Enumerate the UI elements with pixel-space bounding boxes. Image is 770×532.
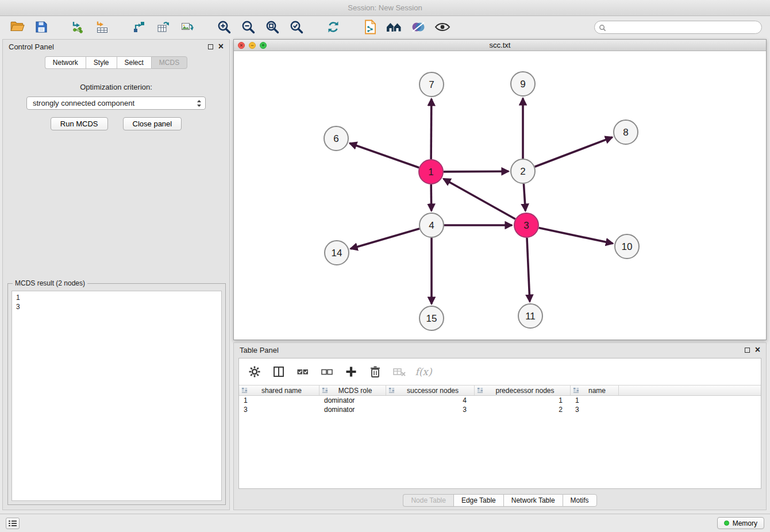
- float-table-panel-icon[interactable]: [745, 348, 750, 353]
- table-panel: Table Panel ×: [233, 342, 767, 510]
- share-network-button[interactable]: [130, 18, 148, 36]
- main-toolbar: [0, 16, 770, 38]
- graph-node-14[interactable]: 14: [325, 241, 349, 265]
- graph-node-4[interactable]: 4: [419, 213, 444, 237]
- graph-edge-1-2[interactable]: [444, 171, 509, 172]
- zoom-out-button[interactable]: [239, 18, 257, 36]
- graph-edge-3-10[interactable]: [539, 228, 613, 244]
- graph-edge-4-14[interactable]: [351, 229, 419, 249]
- table-cell[interactable]: 4: [386, 396, 475, 405]
- select-all-button[interactable]: [295, 364, 310, 379]
- show-hide-button[interactable]: [433, 18, 452, 36]
- graph-edge-1-6[interactable]: [350, 143, 419, 167]
- zoom-selected-button[interactable]: [287, 18, 306, 36]
- close-table-panel-icon[interactable]: ×: [755, 347, 760, 353]
- open-network-file-button[interactable]: [361, 18, 379, 36]
- memory-label: Memory: [733, 519, 757, 527]
- network-canvas[interactable]: 1234678910111415: [234, 51, 766, 340]
- close-panel-button[interactable]: Close panel: [123, 117, 182, 130]
- save-session-button[interactable]: [32, 18, 51, 36]
- column-header-mcds-role[interactable]: MCDS role: [319, 385, 386, 395]
- graph-node-7[interactable]: 7: [419, 72, 444, 97]
- tab-style[interactable]: Style: [86, 56, 117, 69]
- open-session-button[interactable]: [8, 18, 26, 36]
- table-settings-button[interactable]: [247, 364, 262, 379]
- column-header-name[interactable]: name: [571, 385, 619, 395]
- table-cell[interactable]: 1: [239, 396, 319, 405]
- table-cell[interactable]: dominator: [319, 405, 386, 414]
- graph-edge-3-1[interactable]: [444, 179, 515, 219]
- table-cell[interactable]: dominator: [319, 396, 386, 405]
- zoom-fit-button[interactable]: [263, 18, 282, 36]
- close-window-icon[interactable]: ×: [238, 42, 245, 49]
- search-input[interactable]: [594, 21, 762, 34]
- float-panel-icon[interactable]: [208, 44, 213, 49]
- column-header-predecessor-nodes[interactable]: predecessor nodes: [475, 385, 571, 395]
- import-table-file-button[interactable]: [154, 18, 172, 36]
- node-label: 8: [623, 127, 628, 138]
- tab-motifs[interactable]: Motifs: [563, 494, 597, 507]
- tab-node-table[interactable]: Node Table: [403, 494, 453, 507]
- table-panel-tabs: Node TableEdge TableNetwork TableMotifs: [234, 494, 766, 507]
- memory-button[interactable]: Memory: [717, 517, 764, 529]
- tab-network-table[interactable]: Network Table: [503, 494, 563, 507]
- table-cell[interactable]: 3: [571, 405, 619, 414]
- import-network-button[interactable]: [69, 18, 87, 36]
- table-row[interactable]: 1dominator411: [239, 396, 761, 405]
- graph-edge-1-7[interactable]: [431, 99, 432, 159]
- control-panel-header: Control Panel ×: [3, 40, 229, 53]
- tab-select[interactable]: Select: [117, 56, 151, 69]
- home-button[interactable]: [385, 18, 403, 36]
- graph-node-10[interactable]: 10: [615, 234, 639, 259]
- minimize-window-icon[interactable]: −: [249, 42, 256, 49]
- delete-table-button[interactable]: [392, 364, 407, 379]
- column-header-successor-nodes[interactable]: successor nodes: [386, 385, 475, 395]
- graph-node-1[interactable]: 1: [419, 160, 443, 184]
- table-cell[interactable]: 2: [475, 405, 571, 414]
- style-venn-icon: [411, 20, 426, 34]
- zoom-window-icon[interactable]: +: [260, 42, 267, 49]
- import-table-button[interactable]: [93, 18, 111, 36]
- fx-icon: f(x): [415, 366, 432, 377]
- node-label: 10: [622, 241, 633, 252]
- zoom-out-icon: [241, 20, 256, 34]
- graph-node-15[interactable]: 15: [419, 306, 444, 330]
- column-attribute-icon: [322, 387, 328, 394]
- table-cell[interactable]: 1: [571, 396, 619, 405]
- criterion-dropdown[interactable]: strongly connected component: [26, 97, 206, 110]
- graph-node-11[interactable]: 11: [518, 304, 542, 328]
- close-panel-icon[interactable]: ×: [218, 44, 224, 49]
- table-cell[interactable]: 3: [239, 405, 319, 414]
- export-image-button[interactable]: [178, 18, 197, 36]
- task-history-button[interactable]: [6, 518, 20, 529]
- run-mcds-button[interactable]: Run MCDS: [51, 117, 108, 130]
- graph-node-8[interactable]: 8: [614, 120, 638, 144]
- graph-edge-2-8[interactable]: [535, 137, 613, 167]
- deselect-all-button[interactable]: [319, 364, 334, 379]
- zoom-in-button[interactable]: [215, 18, 233, 36]
- table-row[interactable]: 3dominator323: [239, 405, 761, 414]
- search-container: [594, 21, 762, 34]
- graph-edge-1-4[interactable]: [431, 184, 432, 211]
- columns-icon: [272, 365, 285, 378]
- graph-edge-3-11[interactable]: [527, 238, 530, 302]
- graph-edge-2-3[interactable]: [523, 184, 525, 211]
- function-builder-button[interactable]: f(x): [416, 364, 431, 379]
- graph-node-2[interactable]: 2: [511, 159, 535, 183]
- table-cell[interactable]: 1: [475, 396, 571, 405]
- delete-column-button[interactable]: [368, 364, 383, 379]
- apply-style-button[interactable]: [409, 18, 428, 36]
- control-panel-tabs: NetworkStyleSelectMCDS: [3, 56, 229, 69]
- column-header-shared-name[interactable]: shared name: [239, 385, 319, 395]
- add-column-button[interactable]: [344, 364, 359, 379]
- show-columns-button[interactable]: [271, 364, 286, 379]
- graph-node-3[interactable]: 3: [514, 213, 538, 237]
- table-panel-content: f(x) shared nameMCDS rolesuccessor nodes…: [238, 358, 761, 489]
- tab-edge-table[interactable]: Edge Table: [453, 494, 503, 507]
- table-cell[interactable]: 3: [386, 405, 475, 414]
- tab-network[interactable]: Network: [45, 56, 86, 69]
- tab-mcds[interactable]: MCDS: [151, 56, 187, 69]
- refresh-view-button[interactable]: [324, 18, 342, 36]
- graph-node-9[interactable]: 9: [511, 72, 535, 96]
- graph-node-6[interactable]: 6: [324, 126, 348, 151]
